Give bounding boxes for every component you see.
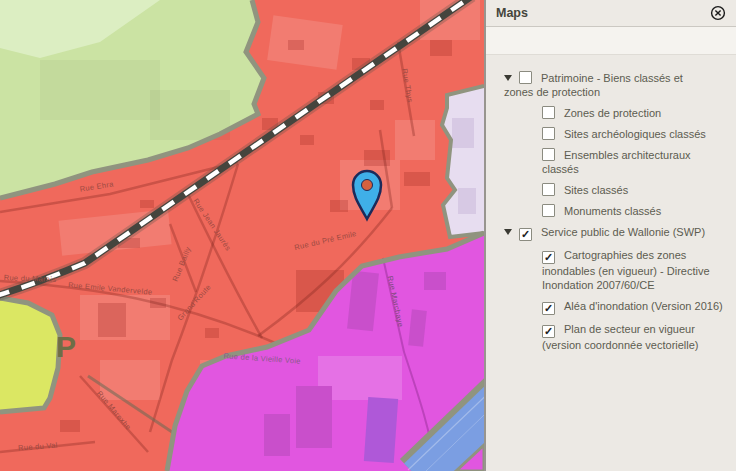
close-icon[interactable] <box>710 5 726 21</box>
expander-icon[interactable] <box>504 229 512 235</box>
layer-label[interactable]: Ensembles architecturaux classés <box>542 149 691 175</box>
layer-item-row: Monuments classés <box>486 204 736 218</box>
layer-label[interactable]: Sites archéologiques classés <box>564 128 706 140</box>
layer-group-row: Patrimoine - Biens classés et zones de p… <box>486 71 736 99</box>
parking-label: P <box>56 330 76 363</box>
layer-label[interactable]: Cartographies des zones inondables (en v… <box>542 249 710 291</box>
marker-hole <box>362 180 373 191</box>
layer-label[interactable]: Monuments classés <box>564 205 661 217</box>
layer-item-row: ✓Aléa d'inondation (Version 2016) <box>486 299 736 315</box>
layer-checkbox[interactable]: ✓ <box>542 251 555 264</box>
layer-checkbox[interactable] <box>542 148 555 161</box>
layer-item-row: Zones de protection <box>486 106 736 120</box>
layer-tree: Patrimoine - Biens classés et zones de p… <box>486 55 736 471</box>
panel-header: Maps <box>486 0 736 27</box>
layer-item-row: Sites classés <box>486 183 736 197</box>
maps-panel: Maps Patrimoine - Biens classés et zones… <box>484 0 736 471</box>
panel-title: Maps <box>496 6 528 20</box>
app-window: Rue EhraRue Jean JaurèsRue BaillyRue Emi… <box>0 0 736 471</box>
layer-label[interactable]: Sites classés <box>564 184 628 196</box>
map-canvas[interactable]: Rue EhraRue Jean JaurèsRue BaillyRue Emi… <box>0 0 484 471</box>
layer-item-row: ✓Plan de secteur en vigueur (version coo… <box>486 322 736 352</box>
layer-checkbox[interactable]: ✓ <box>542 325 555 338</box>
panel-toolbar <box>486 27 736 55</box>
street-label: Rue du Marais <box>4 273 57 284</box>
layer-label[interactable]: Service public de Wallonie (SWP) <box>541 226 705 238</box>
expander-icon[interactable] <box>504 75 512 81</box>
layer-checkbox[interactable]: ✓ <box>542 302 555 315</box>
layer-checkbox[interactable] <box>542 127 555 140</box>
layer-checkbox[interactable] <box>542 183 555 196</box>
layer-item-row: Sites archéologiques classés <box>486 127 736 141</box>
layer-checkbox[interactable] <box>542 204 555 217</box>
layer-checkbox[interactable]: ✓ <box>519 228 532 241</box>
layer-item-row: Ensembles architecturaux classés <box>486 148 736 176</box>
layer-checkbox[interactable] <box>542 106 555 119</box>
layer-checkbox[interactable] <box>519 71 532 84</box>
map-viewport[interactable]: Rue EhraRue Jean JaurèsRue BaillyRue Emi… <box>0 0 484 471</box>
layer-item-row: ✓Cartographies des zones inondables (en … <box>486 248 736 292</box>
layer-label[interactable]: Zones de protection <box>564 107 661 119</box>
layer-label[interactable]: Plan de secteur en vigueur (version coor… <box>542 323 699 351</box>
layer-group-row: ✓Service public de Wallonie (SWP) <box>486 225 736 241</box>
layer-label[interactable]: Aléa d'inondation (Version 2016) <box>564 300 723 312</box>
